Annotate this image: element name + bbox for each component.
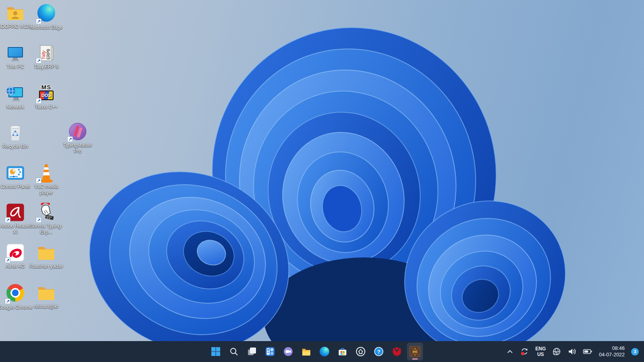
clock-date: 04-07-2022 — [599, 352, 625, 358]
folder-icon-svg — [37, 283, 56, 302]
dos-glyph: X — [414, 354, 416, 356]
dosbox-icon: B DOS X — [409, 346, 421, 357]
monitor-icon-svg — [6, 43, 25, 63]
desktop-icon-soopro-india[interactable]: SOOPRO INDIA — [0, 3, 33, 30]
start-button[interactable] — [208, 343, 224, 360]
monitor-icon — [6, 43, 25, 63]
desktop-icon-turbo-cpp[interactable]: MS DOS ↗ Turbo C++ — [29, 84, 64, 110]
chevron-up-icon — [506, 348, 514, 355]
desktop-icon-network[interactable]: Network — [0, 84, 33, 110]
chat-button[interactable] — [280, 343, 296, 360]
desktop-icon-control-panel[interactable]: Control Panel — [0, 163, 33, 190]
desktop-icon-nishant-kr[interactable]: nishant@kr — [29, 283, 64, 310]
desktop-icon-airtel[interactable]: ↗ Airtel 4G — [0, 243, 33, 269]
folder-icon — [37, 243, 56, 262]
desktop-icon-raushan-yadav[interactable]: Raushan yadav — [29, 243, 64, 269]
task-view-button[interactable] — [244, 343, 260, 360]
ms-text: MS — [37, 84, 56, 90]
control-panel-icon — [6, 163, 25, 183]
typingmaster-icon: ↗ — [68, 122, 87, 141]
folder-icon — [301, 347, 311, 356]
desktop-icon-label: Raushan yadav — [29, 263, 64, 269]
taskbar: ? B DOS X — [0, 341, 644, 362]
mcafee-button[interactable] — [389, 343, 405, 360]
desktop-icon-label: Google Chrome — [0, 304, 33, 311]
chat-video-icon — [283, 347, 293, 356]
file-explorer-button[interactable] — [298, 343, 314, 360]
desktop-icon-label: SOOPRO INDIA — [0, 24, 33, 30]
language-indicator[interactable]: ENG US — [533, 343, 548, 360]
network-button[interactable] — [550, 343, 563, 360]
sync-tray-icon-button[interactable] — [518, 343, 531, 360]
shortcut-arrow-icon: ↗ — [5, 298, 10, 304]
shortcut-arrow-icon: ↗ — [36, 98, 41, 104]
desktop-icon-adobe-reader[interactable]: ↗ Adobe Reader XI — [0, 203, 33, 235]
mcafee-shield-icon — [392, 347, 402, 356]
desktop: SOOPRO INDIA ↗ Microsoft Edge This PC Ta… — [0, 0, 644, 362]
hand-keyboard-icon: ↗ — [37, 203, 56, 222]
desktop-icon-label: Recycle Bin — [0, 144, 33, 150]
system-tray: ENG US — [504, 341, 641, 362]
shortcut-arrow-icon: ↗ — [5, 217, 10, 223]
desktop-icon-label: nishant@kr — [29, 304, 64, 310]
sync-red-dot-icon — [520, 347, 529, 356]
shortcut-arrow-icon: ↗ — [36, 217, 41, 223]
edge-button[interactable] — [316, 343, 332, 360]
battery-icon — [583, 347, 592, 356]
desktop-icon-microsoft-edge[interactable]: ↗ Microsoft Edge — [29, 3, 64, 31]
edge-icon: ↗ — [37, 4, 56, 23]
tally-text: ERP9 — [46, 49, 51, 60]
chrome-icon: ↗ — [6, 284, 25, 303]
store-button[interactable] — [334, 343, 351, 360]
hidden-icons-chevron[interactable] — [504, 343, 516, 360]
monitor-globe-icon-svg — [6, 84, 25, 103]
desktop-icon-google-chrome[interactable]: ↗ Google Chrome — [0, 283, 33, 311]
network-globe-icon — [552, 347, 561, 356]
folder-icon-svg — [37, 243, 56, 262]
vlc-cone-icon: ↗ — [37, 163, 56, 183]
question-mark-icon: ? — [374, 347, 384, 356]
desktop-icon-vlc[interactable]: ↗ VLC media player — [29, 163, 64, 196]
desktop-icon-tally-erp9[interactable]: Tally ERP9 ↗ Tally.ERP 9 — [29, 43, 64, 70]
dosbox-button[interactable]: B DOS X — [407, 343, 423, 360]
clock-button[interactable]: 08:46 04-07-2022 — [597, 343, 627, 360]
desktop-icon-label: Microsoft Edge — [29, 25, 64, 31]
monitor-globe-icon — [6, 84, 25, 103]
desktop-icon-sonma-typing[interactable]: ↗ Sonma Typing-Exp... — [29, 203, 64, 235]
clock-time: 08:46 — [599, 345, 625, 352]
desktop-icon-label: Control Panel — [0, 184, 33, 190]
desktop-icon-label: Tally.ERP 9 — [29, 64, 64, 70]
get-help-button[interactable]: ? — [371, 343, 387, 360]
search-button[interactable] — [226, 343, 242, 360]
store-bag-icon — [338, 347, 347, 356]
control-panel-icon-svg — [6, 163, 25, 183]
battery-button[interactable] — [581, 343, 594, 360]
volume-button[interactable] — [566, 343, 578, 360]
language-line2: US — [535, 352, 546, 357]
desktop-icon-typingmaster[interactable]: ↗ TypingMaster Pro — [60, 122, 95, 154]
notification-center-button[interactable]: 3 — [629, 343, 641, 360]
recycle-bin-icon — [6, 123, 25, 142]
widgets-button[interactable] — [262, 343, 278, 360]
folder-user-icon — [6, 3, 25, 23]
desktop-icon-recycle-bin[interactable]: Recycle Bin — [0, 123, 33, 150]
adobe-reader-icon: ↗ — [6, 203, 25, 222]
airtel-swirl-icon: ↗ — [6, 243, 25, 262]
folder-user-icon-svg — [6, 3, 25, 23]
language-line1: ENG — [535, 346, 546, 352]
desktop-icon-label: Turbo C++ — [29, 104, 64, 110]
widgets-icon — [265, 347, 275, 356]
bloom-wallpaper — [0, 0, 644, 362]
desktop-icon-label: Airtel 4G — [0, 263, 33, 269]
edge-icon — [320, 347, 329, 356]
desktop-icon-label: Sonma Typing-Exp... — [29, 223, 64, 235]
taskbar-center-buttons: ? B DOS X — [208, 341, 423, 362]
shortcut-arrow-icon: ↗ — [5, 257, 10, 263]
desktop-icon-label: Adobe Reader XI — [0, 223, 33, 235]
home-app-button[interactable] — [353, 343, 369, 360]
task-view-icon — [247, 347, 257, 356]
tally-book-icon: Tally ERP9 ↗ — [37, 43, 56, 63]
notification-badge: 3 — [631, 348, 639, 356]
desktop-icon-this-pc[interactable]: This PC — [0, 43, 33, 70]
desktop-icon-label: This PC — [0, 64, 33, 70]
